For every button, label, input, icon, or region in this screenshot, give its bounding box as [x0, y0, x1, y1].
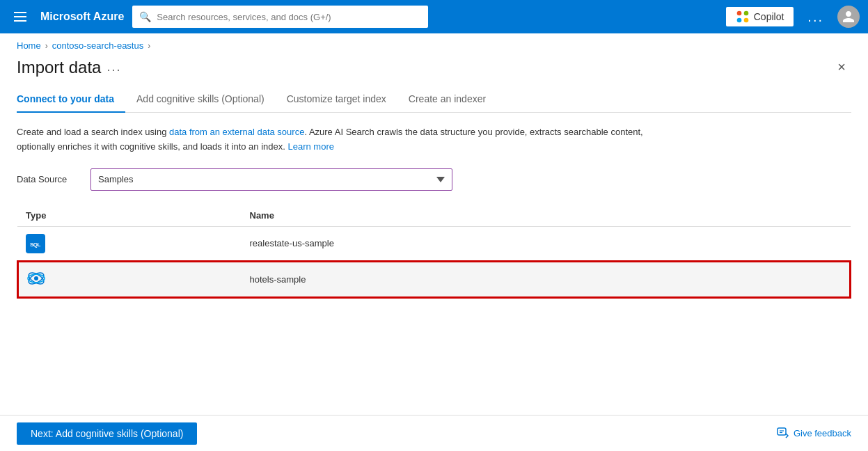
row1-type: SQL	[17, 226, 242, 261]
col-type: Type	[17, 205, 242, 227]
table-header-row: Type Name	[17, 205, 851, 227]
main-content: Import data ... × Connect to your data A…	[0, 51, 868, 299]
user-avatar[interactable]	[837, 6, 860, 28]
sql-icon: SQL	[26, 234, 45, 253]
data-table: Type Name SQL realestate-us-sample	[17, 205, 851, 299]
svg-point-2	[736, 18, 741, 23]
data-source-select[interactable]: Samples Azure SQL Azure Cosmos DB Azure …	[90, 168, 452, 191]
svg-text:SQL: SQL	[30, 242, 41, 248]
footer: Next: Add cognitive skills (Optional) Gi…	[0, 415, 868, 451]
row2-name: hotels-sample	[242, 261, 851, 298]
breadcrumb-resource[interactable]: contoso-search-eastus	[52, 40, 144, 51]
page-title-row: Import data ...	[17, 58, 121, 77]
breadcrumb: Home › contoso-search-eastus ›	[0, 33, 868, 51]
row2-type	[17, 261, 242, 298]
feedback-link[interactable]: Give feedback	[777, 427, 851, 440]
description-text: Create and load a search index using dat…	[17, 125, 678, 155]
data-source-label: Data Source	[17, 174, 79, 184]
tab-indexer[interactable]: Create an indexer	[397, 86, 497, 113]
search-bar[interactable]: 🔍	[132, 6, 427, 28]
top-navigation: Microsoft Azure 🔍 Copilot ...	[0, 0, 868, 33]
breadcrumb-separator-2: ›	[148, 41, 150, 51]
svg-point-9	[34, 276, 38, 280]
svg-point-0	[736, 11, 741, 16]
breadcrumb-home[interactable]: Home	[17, 40, 41, 51]
col-name: Name	[242, 205, 851, 227]
tabs-container: Connect to your data Add cognitive skill…	[17, 86, 851, 113]
page-title: Import data	[17, 58, 101, 77]
search-input[interactable]	[157, 12, 420, 22]
page-more-button[interactable]: ...	[106, 60, 121, 74]
row1-name: realestate-us-sample	[242, 226, 851, 261]
page-header: Import data ... ×	[17, 56, 851, 78]
copilot-button[interactable]: Copilot	[726, 7, 794, 26]
svg-point-1	[743, 11, 748, 16]
data-source-row: Data Source Samples Azure SQL Azure Cosm…	[17, 168, 851, 191]
feedback-icon	[777, 427, 789, 440]
learn-more-link[interactable]: Learn more	[288, 141, 334, 152]
brand-name: Microsoft Azure	[40, 10, 124, 23]
search-icon: 🔍	[139, 11, 151, 22]
tab-skills[interactable]: Add cognitive skills (Optional)	[125, 86, 276, 113]
feedback-label: Give feedback	[794, 428, 851, 438]
breadcrumb-separator-1: ›	[45, 41, 48, 51]
hamburger-menu[interactable]	[8, 9, 32, 24]
cosmos-icon	[26, 269, 46, 288]
svg-point-3	[743, 18, 748, 23]
nav-more-button[interactable]: ...	[802, 6, 829, 28]
data-table-wrapper: Type Name SQL realestate-us-sample	[17, 205, 851, 299]
description-link-index[interactable]: data from an external data source	[169, 127, 304, 137]
tab-index[interactable]: Customize target index	[276, 86, 397, 113]
next-button[interactable]: Next: Add cognitive skills (Optional)	[17, 422, 197, 445]
svg-rect-10	[778, 428, 786, 435]
close-button[interactable]: ×	[832, 56, 851, 78]
table-row[interactable]: SQL realestate-us-sample	[17, 226, 851, 261]
copilot-label: Copilot	[754, 11, 784, 22]
table-row-selected[interactable]: hotels-sample	[17, 261, 851, 298]
tab-connect[interactable]: Connect to your data	[17, 86, 125, 113]
